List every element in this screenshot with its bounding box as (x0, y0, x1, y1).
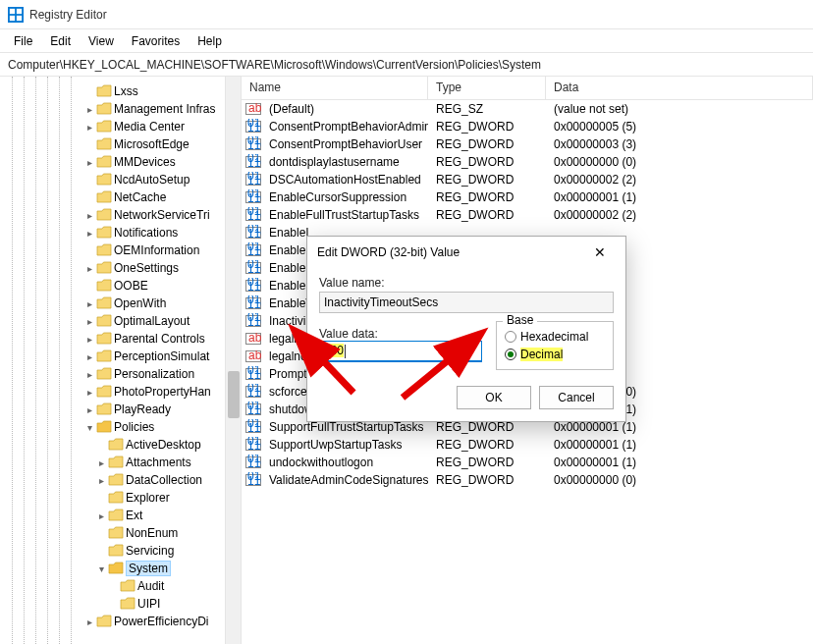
chevron-right-icon[interactable]: ▸ (82, 316, 96, 327)
tree-item[interactable]: ActiveDesktop (0, 436, 241, 454)
chevron-right-icon[interactable]: ▸ (82, 298, 96, 309)
chevron-right-icon[interactable]: ▸ (94, 510, 108, 521)
tree-item[interactable]: NetCache (0, 188, 241, 206)
tree-item[interactable]: Explorer (0, 489, 241, 507)
folder-icon (96, 402, 112, 416)
chevron-right-icon[interactable]: ▸ (82, 334, 96, 345)
tree-item[interactable]: OOBE (0, 277, 241, 295)
tree-item-label: Ext (126, 509, 142, 522)
dword-value-icon: 011110 (242, 242, 261, 258)
tree-item[interactable]: ▸PowerEfficiencyDi (0, 613, 241, 630)
tree-item[interactable]: ▸OptimalLayout (0, 312, 241, 330)
list-row[interactable]: ab(Default)REG_SZ(value not set) (242, 100, 813, 118)
list-row[interactable]: 011110dontdisplaylastusernameREG_DWORD0x… (242, 153, 813, 171)
chevron-down-icon[interactable]: ▾ (82, 422, 96, 433)
chevron-right-icon[interactable]: ▸ (82, 122, 96, 133)
tree-item[interactable]: ▸Management Infras (0, 100, 241, 118)
tree-item[interactable]: ▸Attachments (0, 454, 241, 471)
list-row[interactable]: 011110DSCAutomationHostEnabledREG_DWORD0… (242, 171, 813, 188)
svg-text:110: 110 (247, 421, 261, 435)
tree-item[interactable]: UIPI (0, 595, 241, 613)
folder-icon (96, 243, 112, 257)
tree-item[interactable]: ▸PlayReady (0, 401, 241, 418)
folder-icon (96, 314, 112, 328)
list-row[interactable]: 011110ValidateAdminCodeSignaturesREG_DWO… (242, 471, 813, 489)
tree-item[interactable]: ▸Media Center (0, 118, 241, 135)
col-header-name[interactable]: Name (242, 77, 428, 99)
tree-item-label: Policies (114, 420, 154, 434)
chevron-right-icon[interactable]: ▸ (94, 457, 108, 468)
chevron-right-icon[interactable]: ▸ (82, 617, 96, 627)
dialog-titlebar[interactable]: Edit DWORD (32-bit) Value ✕ (307, 237, 625, 268)
tree-pane[interactable]: Lxss▸Management Infras▸Media Center Micr… (0, 77, 242, 644)
ok-button[interactable]: OK (457, 386, 531, 409)
tree-item[interactable]: ▸Parental Controls (0, 330, 241, 348)
menu-help[interactable]: Help (190, 32, 230, 50)
folder-icon (96, 385, 112, 399)
tree-item[interactable]: ▸PhotoPropertyHan (0, 383, 241, 401)
chevron-right-icon[interactable]: ▸ (82, 210, 96, 221)
value-data-field[interactable]: 300 (319, 341, 482, 362)
cell-type: REG_DWORD (428, 456, 546, 469)
tree-item[interactable]: Audit (0, 577, 241, 595)
string-value-icon: ab (242, 101, 261, 117)
menu-favorites[interactable]: Favorites (124, 32, 188, 50)
tree-item[interactable]: ▸Ext (0, 507, 241, 524)
cancel-button[interactable]: Cancel (539, 386, 614, 409)
tree-item-label: Lxss (114, 84, 138, 98)
tree-item[interactable]: OEMInformation (0, 242, 241, 259)
menu-view[interactable]: View (81, 32, 122, 50)
chevron-right-icon[interactable]: ▸ (82, 351, 96, 362)
chevron-right-icon[interactable]: ▸ (82, 404, 96, 415)
tree-item[interactable]: Lxss (0, 82, 241, 100)
tree-item[interactable]: NonEnum (0, 524, 241, 542)
tree-item[interactable]: ▸PerceptionSimulat (0, 348, 241, 365)
cell-name: ValidateAdminCodeSignatures (261, 473, 428, 487)
tree-item[interactable]: MicrosoftEdge (0, 135, 241, 153)
tree-item-label: ActiveDesktop (126, 438, 201, 452)
chevron-right-icon[interactable]: ▸ (94, 475, 108, 486)
list-row[interactable]: 011110EnableCursorSuppressionREG_DWORD0x… (242, 188, 813, 206)
close-icon[interactable]: ✕ (584, 237, 616, 268)
chevron-down-icon[interactable]: ▾ (94, 564, 108, 574)
chevron-right-icon[interactable]: ▸ (82, 387, 96, 398)
list-row[interactable]: 011110undockwithoutlogonREG_DWORD0x00000… (242, 454, 813, 471)
col-header-data[interactable]: Data (546, 77, 813, 99)
chevron-right-icon[interactable]: ▸ (82, 157, 96, 168)
tree-scrollbar[interactable] (225, 77, 241, 644)
cell-data: 0x00000001 (1) (546, 456, 813, 469)
chevron-right-icon[interactable]: ▸ (82, 228, 96, 239)
chevron-right-icon[interactable]: ▸ (82, 369, 96, 380)
scrollbar-thumb[interactable] (228, 371, 240, 418)
tree-item-label: OneSettings (114, 261, 179, 275)
chevron-right-icon[interactable]: ▸ (82, 263, 96, 274)
tree-item[interactable]: ▸OneSettings (0, 259, 241, 277)
tree-item[interactable]: ▸Notifications (0, 224, 241, 242)
window-titlebar: Registry Editor (0, 0, 813, 29)
radio-hexadecimal[interactable]: Hexadecimal (505, 330, 605, 344)
folder-icon (96, 208, 112, 222)
value-name-field[interactable] (319, 292, 614, 313)
tree-item[interactable]: ▾Policies (0, 418, 241, 436)
tree-item[interactable]: ▾System (0, 560, 241, 577)
tree-item-label: Attachments (126, 456, 191, 469)
chevron-right-icon[interactable]: ▸ (82, 104, 96, 115)
folder-icon (108, 491, 124, 505)
address-bar[interactable]: Computer\HKEY_LOCAL_MACHINE\SOFTWARE\Mic… (0, 53, 813, 77)
tree-item[interactable]: ▸DataCollection (0, 471, 241, 489)
tree-item[interactable]: Servicing (0, 542, 241, 560)
radio-decimal[interactable]: Decimal (505, 348, 605, 361)
list-row[interactable]: 011110EnableFullTrustStartupTasksREG_DWO… (242, 206, 813, 224)
tree-item[interactable]: ▸OpenWith (0, 295, 241, 312)
list-row[interactable]: 011110ConsentPromptBehaviorUserREG_DWORD… (242, 135, 813, 153)
tree-item[interactable]: ▸NetworkServiceTri (0, 206, 241, 224)
list-row[interactable]: 011110ConsentPromptBehaviorAdminREG_DWOR… (242, 118, 813, 135)
menu-edit[interactable]: Edit (42, 32, 79, 50)
list-row[interactable]: 011110SupportUwpStartupTasksREG_DWORD0x0… (242, 436, 813, 454)
col-header-type[interactable]: Type (428, 77, 546, 99)
menu-file[interactable]: File (6, 32, 40, 50)
tree-item[interactable]: ▸Personalization (0, 365, 241, 383)
tree-item[interactable]: ▸MMDevices (0, 153, 241, 171)
tree-item-label: NcdAutoSetup (114, 173, 190, 187)
tree-item[interactable]: NcdAutoSetup (0, 171, 241, 188)
